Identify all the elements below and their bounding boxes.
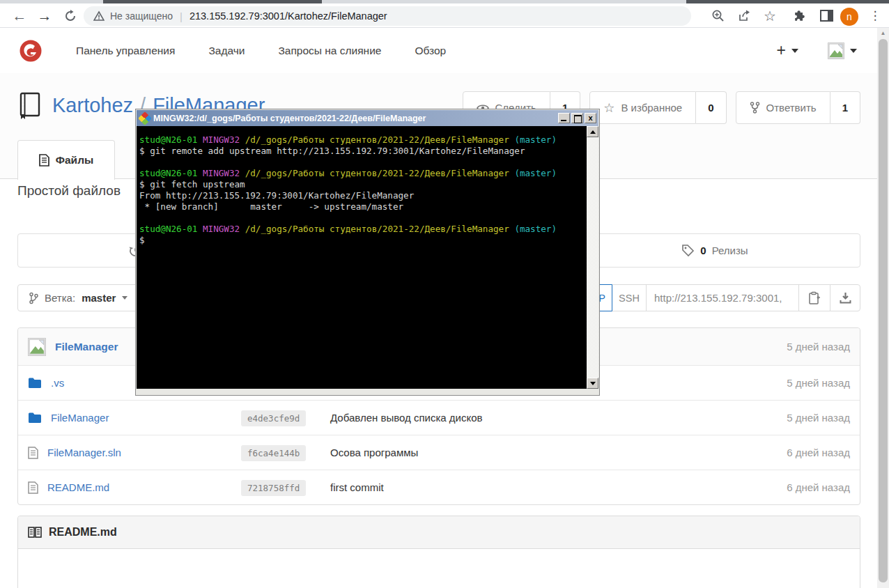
repo-owner-link[interactable]: Kartohez [52,94,133,116]
releases-count: 0 [700,245,706,256]
table-row: FileManager.sln f6ca4e144b Осова програм… [18,435,860,470]
page-scrollbar-thumb[interactable] [879,39,888,582]
committer-name-link[interactable]: FileManager [55,341,118,353]
user-menu-caret-icon[interactable] [850,49,857,53]
scrollbar-up-arrow-icon[interactable]: ▲ [877,28,889,38]
download-icon [840,292,851,304]
forward-button[interactable]: → [33,3,56,28]
branch-icon [29,292,38,304]
not-secure-icon [93,10,105,22]
fork-button[interactable]: Ответвить [736,91,830,124]
current-branch: master [82,292,116,304]
folder-icon [28,377,42,389]
page-scrollbar[interactable]: ▲ [877,28,889,588]
bookmark-star-icon[interactable]: ☆ [759,3,781,28]
tag-icon [681,244,695,257]
download-button[interactable] [830,284,860,311]
branch-selector[interactable]: Ветка: master [17,284,139,311]
releases-label: Релизы [712,245,748,256]
browser-menu-icon[interactable]: ⋮ [865,3,885,28]
reload-button[interactable] [59,3,82,28]
terminal-scrollbar[interactable] [587,126,598,389]
maximize-button[interactable] [571,113,583,123]
commit-time: 5 дней назад [745,377,850,389]
star-button-group: ☆ В избранное 0 [589,91,726,124]
star-count[interactable]: 0 [696,91,726,124]
readme-panel: README.md [17,516,860,588]
address-bar[interactable]: Не защищено | 213.155.192.79:3001/Kartoh… [84,6,691,26]
table-row: README.md 7218758ffd first commit 6 дней… [18,470,860,504]
tab-files[interactable]: Файлы [17,140,115,180]
back-button[interactable]: ← [8,3,31,28]
terminal-scroll-down-icon[interactable] [587,378,598,389]
clipboard-copy-icon [808,291,821,305]
terminal-scroll-up-icon[interactable] [587,126,598,137]
nav-dashboard[interactable]: Панель управления [76,45,175,57]
nav-explore[interactable]: Обзор [415,45,446,57]
fork-button-group: Ответвить 1 [736,91,860,124]
commit-hash[interactable]: 7218758ffd [241,480,306,496]
file-icon [28,447,38,459]
browser-toolbar: ← → Не защищено | 213.155.192.79:3001/Ka… [0,3,889,28]
readme-title: README.md [49,526,117,539]
commit-time: 5 дней назад [745,412,850,424]
commit-message[interactable]: Добавлен вывод списка дисков [330,412,745,424]
new-repo-caret-icon[interactable] [791,49,798,53]
nav-issues[interactable]: Задачи [208,45,245,57]
commit-time: 5 дней назад [745,341,850,353]
commit-time: 6 дней назад [745,447,850,458]
share-icon[interactable] [733,3,755,28]
star-icon: ☆ [603,102,614,114]
nav-pull-requests[interactable]: Запросы на слияние [278,45,381,57]
branch-caret-icon [122,296,127,300]
commit-hash[interactable]: e4de3cfe9d [241,410,306,426]
clone-url-group: HTTP SSH [572,284,860,311]
gogs-logo[interactable] [19,39,42,63]
extensions-icon[interactable] [787,3,811,28]
gogs-navbar: Панель управления Задачи Запросы на слия… [0,28,889,73]
mingw-terminal-window: MINGW32:/d/_gogs/Работы студентов/2021-2… [136,109,599,395]
terminal-title-bar[interactable]: MINGW32:/d/_gogs/Работы студентов/2021-2… [137,110,598,126]
file-link[interactable]: .vs [51,377,64,389]
fork-icon [750,102,760,114]
url-text: 213.155.192.79:3001/Kartohez/FileManager [190,10,387,22]
repo-description: Простой файлов [17,183,121,199]
terminal-bottom-frame [136,389,599,394]
file-icon [28,481,38,494]
zoom-icon[interactable] [706,3,729,28]
close-button[interactable]: x [585,113,596,123]
committer-avatar-broken-image-icon [28,338,46,356]
folder-icon [28,412,42,424]
terminal-title: MINGW32:/d/_gogs/Работы студентов/2021-2… [153,114,557,123]
copy-url-button[interactable] [798,284,830,311]
commit-hash[interactable]: f6ca4e144b [241,445,306,461]
star-button[interactable]: ☆ В избранное [589,91,696,124]
commit-message[interactable]: Осова программы [330,447,745,458]
terminal-text: stud@N26-01 MINGW32 /d/_gogs/Работы студ… [139,134,585,389]
file-icon [39,154,49,167]
new-repo-plus-icon[interactable]: + [777,42,786,59]
table-row: FileManager e4de3cfe9d Добавлен вывод сп… [18,400,860,435]
ssh-protocol-button[interactable]: SSH [612,284,647,311]
browser-profile-avatar[interactable]: n [840,8,858,26]
repository-book-icon [17,91,41,119]
releases-stat[interactable]: 0 Релизы [569,234,861,267]
user-avatar-broken-image-icon[interactable] [828,42,844,59]
file-link[interactable]: FileManager.sln [47,447,121,458]
file-link[interactable]: README.md [47,481,109,493]
commit-time: 6 дней назад [745,481,850,493]
fork-count[interactable]: 1 [830,91,860,124]
side-panel-icon[interactable] [814,3,838,28]
minimize-button[interactable] [558,113,570,123]
file-link[interactable]: FileManager [51,412,109,424]
terminal-body[interactable]: stud@N26-01 MINGW32 /d/_gogs/Работы студ… [137,126,598,389]
open-book-icon [28,527,42,538]
security-label: Не защищено [110,10,173,22]
readme-header: README.md [18,516,860,549]
screen: ← → Не защищено | 213.155.192.79:3001/Ka… [0,0,889,588]
commit-message[interactable]: first commit [330,481,745,493]
clone-url-input[interactable] [646,284,799,311]
msys-icon [138,111,152,125]
